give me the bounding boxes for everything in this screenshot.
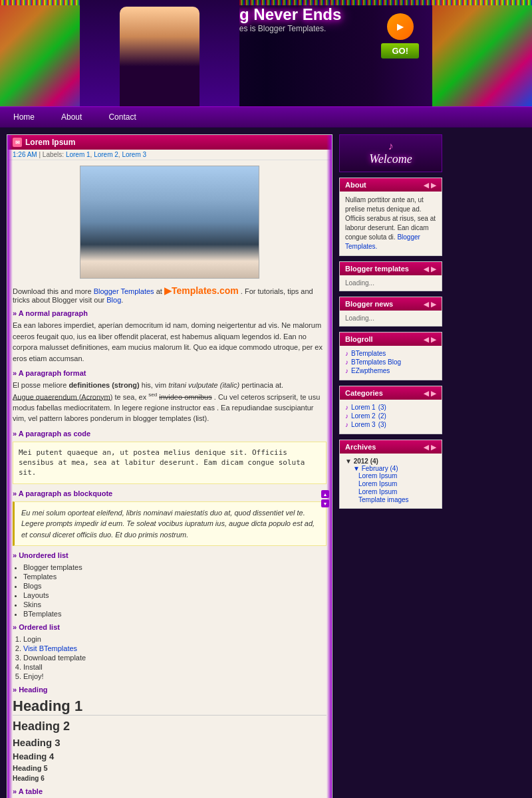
scroll-down-arrow[interactable]: ▼ xyxy=(321,499,329,507)
blogger-news-body: Loading... xyxy=(340,311,442,326)
section-5-heading: » Unordered list xyxy=(13,551,327,559)
rss-area: ▸ GO! xyxy=(381,13,419,59)
main-layout: ✉ Lorem Ipsum ▲ ▼ 1:26 AM | Labels: Lore… xyxy=(0,128,532,798)
ul-item-5: BTemplates xyxy=(23,610,327,618)
heading-5: Heading 5 xyxy=(13,764,327,772)
blogger-templates-body: Loading... xyxy=(340,275,442,291)
category-2-name: Lorem 3 xyxy=(351,421,376,428)
content-area: ✉ Lorem Ipsum ▲ ▼ 1:26 AM | Labels: Lore… xyxy=(7,134,332,798)
ordered-list: Login Visit BTemplates Download template… xyxy=(23,635,327,680)
heading-6: Heading 6 xyxy=(13,775,327,782)
para2-strike: invideo omnibus xyxy=(159,392,212,400)
ul-item-1: Templates xyxy=(23,573,327,581)
blogger-templates-header: Blogger templates ◀ ▶ xyxy=(340,262,442,275)
para2-italic: tritani vulputate (italic) xyxy=(168,381,239,389)
para2-link[interactable]: Augue quaerendum (Acronym) xyxy=(13,392,112,400)
post-1-header: ✉ Lorem Ipsum ▲ ▼ xyxy=(7,135,332,150)
blogroll-item-0[interactable]: BTemplates xyxy=(345,350,436,357)
para-1: Ea ean labores imperdiet, aperían democr… xyxy=(13,320,327,364)
category-2[interactable]: Lorem 3 (3) xyxy=(345,421,436,428)
ul-item-0: Blogger templates xyxy=(23,563,327,571)
categories-title: Categories xyxy=(345,389,383,397)
para-2: El posse meliore definitiones (strong) h… xyxy=(13,380,327,424)
scroll-arrows: ▲ ▼ xyxy=(321,490,329,507)
welcome-text: Welcome xyxy=(345,152,436,166)
archive-item-1[interactable]: Lorem Ipsum xyxy=(358,480,436,487)
download-at: at xyxy=(156,287,162,295)
archive-item-0[interactable]: Lorem Ipsum xyxy=(358,472,436,479)
section-4-heading: » A paragraph as blockquote xyxy=(13,489,327,497)
heading-4: Heading 4 xyxy=(13,751,327,761)
para2-sup: sed xyxy=(148,392,157,398)
blogger-templates-title: Blogger templates xyxy=(345,265,409,273)
blogger-templates-arrows: ◀ ▶ xyxy=(424,265,436,273)
heading-1: Heading 1 xyxy=(13,698,327,716)
nav-about[interactable]: About xyxy=(48,107,95,127)
category-0[interactable]: Lorem 1 (3) xyxy=(345,404,436,411)
archive-year[interactable]: ▼ 2012 (4) xyxy=(345,458,436,465)
ol-item-1: Visit BTemplates xyxy=(23,644,327,652)
para2-end: pertinacia at. xyxy=(241,381,283,389)
category-2-count: (3) xyxy=(378,421,386,428)
para2-middle: his, vim xyxy=(142,381,166,389)
archive-item-2[interactable]: Lorem Ipsum xyxy=(358,488,436,495)
blogger-news-arrows: ◀ ▶ xyxy=(424,301,436,308)
dj-image xyxy=(80,0,239,106)
blogger-templates-link[interactable]: Blogger Templates xyxy=(94,287,154,295)
archives-widget: Archives ◀ ▶ ▼ 2012 (4) ▼ February (4) L… xyxy=(339,440,442,509)
rss-icon[interactable]: ▸ xyxy=(387,13,414,40)
post-1-time[interactable]: 1:26 AM xyxy=(13,151,37,158)
about-text: Nullam porttitor ante an, ut prelise met… xyxy=(345,196,436,241)
header-right-decoration xyxy=(432,0,532,106)
post-1-image xyxy=(80,166,259,279)
para2-after: te sea, ex xyxy=(114,392,146,400)
post-icon: ✉ xyxy=(13,138,22,147)
post-1-label-1[interactable]: Lorem 1 xyxy=(66,151,90,158)
blog-link[interactable]: Blog xyxy=(106,296,121,304)
para2-link3[interactable]: blogger templates (list) xyxy=(133,414,207,422)
archives-header: Archives ◀ ▶ xyxy=(340,440,442,454)
category-1-name: Lorem 2 xyxy=(351,412,376,420)
ol-item-4: Enjoy! xyxy=(23,672,327,680)
welcome-icon: ♪ xyxy=(345,140,436,152)
ul-item-3: Layouts xyxy=(23,591,327,599)
ul-item-2: Blogs xyxy=(23,582,327,590)
category-1[interactable]: Lorem 2 (2) xyxy=(345,412,436,420)
download-text: Download this and more xyxy=(13,287,92,295)
blogger-news-widget: Blogger news ◀ ▶ Loading... xyxy=(339,297,442,327)
about-widget-body: Nullam porttitor ante an, ut prelise met… xyxy=(340,192,442,255)
header: ▶ ⏸ ⏹ ⏮ ⏭ Singing Never Ends BTemplates … xyxy=(0,0,532,106)
blogroll-item-1[interactable]: BTemplates Blog xyxy=(345,358,436,366)
section-7-heading: » Heading xyxy=(13,686,327,694)
para2-bold: definitiones (strong) xyxy=(68,381,139,389)
section-1-heading: » A normal paragraph xyxy=(13,309,327,317)
post-1: ✉ Lorem Ipsum ▲ ▼ 1:26 AM | Labels: Lore… xyxy=(7,134,332,798)
post-1-download-box: Download this and more Blogger Templates… xyxy=(13,285,327,304)
nav-home[interactable]: Home xyxy=(0,107,48,127)
about-widget-header: About ◀ ▶ xyxy=(340,178,442,192)
ol-item-2: Download template xyxy=(23,654,327,662)
go-button[interactable]: GO! xyxy=(381,43,419,59)
widget-arrows: ◀ ▶ xyxy=(424,182,436,189)
para2-link2[interactable]: instructor eas xyxy=(171,404,215,412)
section-8-heading: » A table xyxy=(13,787,327,795)
dj-figure xyxy=(120,7,200,106)
blogger-templates-loading: Loading... xyxy=(345,279,374,287)
blogroll-body: BTemplates BTemplates Blog EZwpthemes xyxy=(340,346,442,380)
archives-arrows: ◀ ▶ xyxy=(424,444,436,451)
post-1-label-3[interactable]: Lorem 3 xyxy=(122,151,146,158)
ol-item-3: Install xyxy=(23,663,327,671)
welcome-box: ♪ Welcome xyxy=(339,134,442,172)
post-1-label-2[interactable]: Lorem 2 xyxy=(94,151,118,158)
categories-widget: Categories ◀ ▶ Lorem 1 (3) Lorem 2 (2) L… xyxy=(339,386,442,434)
scroll-up-arrow[interactable]: ▲ xyxy=(321,490,329,498)
nav-contact[interactable]: Contact xyxy=(95,107,149,127)
blogroll-arrows: ◀ ▶ xyxy=(424,336,436,343)
archive-item-3[interactable]: Template images xyxy=(358,496,436,503)
ol-btemplates-link[interactable]: Visit BTemplates xyxy=(23,644,77,652)
para2-normal: El posse meliore xyxy=(13,381,66,389)
blogroll-item-2[interactable]: EZwpthemes xyxy=(345,367,436,374)
archive-month[interactable]: ▼ February (4) xyxy=(353,465,436,472)
about-title: About xyxy=(345,181,366,189)
navigation: Home About Contact xyxy=(0,106,532,128)
